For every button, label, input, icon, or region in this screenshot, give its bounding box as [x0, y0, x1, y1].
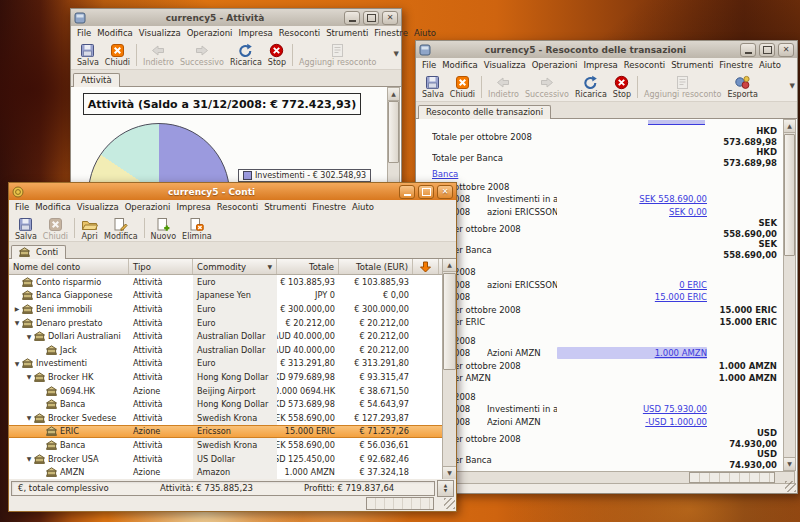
- menu-impresa[interactable]: Impresa: [173, 202, 213, 212]
- add-report-button[interactable]: Aggiungi resoconto: [641, 74, 724, 100]
- tab-attivita[interactable]: Attività: [73, 73, 120, 87]
- titlebar-conti[interactable]: currency5 - Conti ✕: [9, 183, 456, 200]
- amount-link[interactable]: 1.000 AMZN: [557, 347, 707, 359]
- column-header-commodity[interactable]: Commodity▼: [193, 259, 277, 274]
- expander-icon[interactable]: ▼: [24, 455, 34, 462]
- account-row-brocker-usa[interactable]: ▼Brocker USAAttivitàUS DollarUSD 125.450…: [9, 452, 456, 466]
- add-report-button[interactable]: Aggiungi resoconto: [296, 42, 379, 68]
- scroll-up-icon[interactable]: ▲: [443, 259, 456, 272]
- back-button[interactable]: Indietro: [140, 42, 177, 68]
- tab-resoconto[interactable]: Resoconto delle transazioni: [418, 105, 551, 119]
- stop-button[interactable]: Stop: [610, 74, 634, 100]
- scrollbar-thumb[interactable]: [689, 472, 775, 483]
- account-row-beni-immobili[interactable]: ▶Beni immobiliAttivitàEuro€ 300.000,00€ …: [9, 302, 456, 316]
- close-icon[interactable]: ✕: [437, 185, 453, 199]
- menu-impresa[interactable]: Impresa: [235, 28, 275, 38]
- account-row-amzn[interactable]: AMZNAzioneAmazon1.000 AMZN€ 37.324,18: [9, 465, 456, 479]
- menu-visualizza[interactable]: Visualizza: [74, 202, 122, 212]
- close-button[interactable]: Chiudi: [102, 42, 133, 68]
- export-button[interactable]: Esporta: [724, 74, 761, 100]
- resize-grip[interactable]: [785, 481, 796, 492]
- column-options-header[interactable]: [413, 259, 439, 274]
- account-row-brocker-hk[interactable]: ▼Brocker HKAttivitàHong Kong DollarHKD 9…: [9, 370, 456, 384]
- close-button[interactable]: Chiudi: [40, 216, 71, 240]
- save-button[interactable]: Salva: [12, 216, 40, 240]
- resize-grip[interactable]: [444, 498, 455, 509]
- amount-link[interactable]: 15.000 ERIC: [557, 291, 707, 303]
- menu-aiuto[interactable]: Aiuto: [756, 60, 784, 70]
- menu-file[interactable]: File: [74, 28, 94, 38]
- scroll-up-icon[interactable]: ▲: [784, 120, 795, 133]
- toolbar-overflow-icon[interactable]: ▼: [790, 82, 795, 90]
- column-header-nome-del-conto[interactable]: Nome del conto: [9, 259, 129, 274]
- account-row-eric[interactable]: ERICAzioneEricsson15.000 ERIC€ 71.257,26: [9, 425, 456, 439]
- reload-button[interactable]: Ricarica: [227, 42, 265, 68]
- column-header-tipo[interactable]: Tipo: [129, 259, 193, 274]
- menu-operazioni[interactable]: Operazioni: [529, 60, 581, 70]
- reload-button[interactable]: Ricarica: [572, 74, 610, 100]
- new-button[interactable]: Nuovo: [148, 216, 180, 240]
- minimize-icon[interactable]: [399, 185, 415, 199]
- menu-resoconti[interactable]: Resoconti: [276, 28, 323, 38]
- menu-strumenti[interactable]: Strumenti: [668, 60, 716, 70]
- close-button[interactable]: Chiudi: [447, 74, 478, 100]
- scroll-down-icon[interactable]: ▼: [784, 457, 795, 470]
- close-icon[interactable]: ✕: [778, 43, 794, 57]
- status-stepper[interactable]: ▲▼: [437, 480, 454, 497]
- account-row-brocker-svedese[interactable]: ▼Brocker SvedeseAttivitàSwedish KronaSEK…: [9, 411, 456, 425]
- menu-file[interactable]: File: [12, 202, 32, 212]
- vertical-scrollbar[interactable]: ▲ ▼: [442, 259, 456, 479]
- account-row-banca-giapponese[interactable]: Banca GiapponeseAttivitàJapanese YenJPY …: [9, 289, 456, 303]
- amount-link[interactable]: USD 75.930,00: [557, 403, 707, 415]
- column-header-totale[interactable]: Totale: [277, 259, 339, 274]
- menu-visualizza[interactable]: Visualizza: [481, 60, 529, 70]
- forward-button[interactable]: Successivo: [522, 74, 572, 100]
- amount-link[interactable]: SEK 558.690,00: [557, 193, 707, 205]
- menu-resoconti[interactable]: Resoconti: [214, 202, 261, 212]
- back-button[interactable]: Indietro: [485, 74, 522, 100]
- amount-link[interactable]: -USD 1.000,00: [557, 416, 707, 428]
- account-row-denaro-prestato[interactable]: ▼Denaro prestatoAttivitàEuro€ 20.212,00€…: [9, 316, 456, 330]
- menu-finestre[interactable]: Finestre: [716, 60, 756, 70]
- menu-modifica[interactable]: Modifica: [439, 60, 481, 70]
- menu-strumenti[interactable]: Strumenti: [261, 202, 309, 212]
- account-row-conto-risparmio[interactable]: Conto risparmioAttivitàEuro€ 103.885,93€…: [9, 275, 456, 289]
- maximize-icon[interactable]: [418, 185, 434, 199]
- menu-file[interactable]: File: [419, 60, 439, 70]
- titlebar-resoconto[interactable]: currency5 - Resoconto delle transazioni …: [416, 41, 797, 58]
- expander-icon[interactable]: ▼: [12, 319, 22, 326]
- menu-resoconti[interactable]: Resoconti: [621, 60, 668, 70]
- forward-button[interactable]: Successivo: [177, 42, 227, 68]
- delete-button[interactable]: Elimina: [179, 216, 215, 240]
- minimize-icon[interactable]: [344, 11, 360, 25]
- stop-button[interactable]: Stop: [265, 42, 289, 68]
- save-button[interactable]: Salva: [419, 74, 447, 100]
- expander-icon[interactable]: ▼: [24, 373, 34, 380]
- scroll-up-icon[interactable]: ▲: [388, 88, 399, 101]
- maximize-icon[interactable]: [759, 43, 775, 57]
- account-row-jack[interactable]: JackAttivitàAustralian DollarAUD 40.000,…: [9, 343, 456, 357]
- menu-impresa[interactable]: Impresa: [580, 60, 620, 70]
- expander-icon[interactable]: ▼: [24, 414, 34, 421]
- account-row-dollari-australiani[interactable]: ▼Dollari AustralianiAttivitàAustralian D…: [9, 329, 456, 343]
- scrollbar-thumb[interactable]: [443, 273, 456, 370]
- minimize-icon[interactable]: [740, 43, 756, 57]
- expander-icon[interactable]: ▼: [12, 360, 22, 367]
- scrollbar-thumb[interactable]: [388, 101, 399, 163]
- menu-modifica[interactable]: Modifica: [94, 28, 136, 38]
- expander-icon[interactable]: ▶: [12, 305, 22, 312]
- menu-modifica[interactable]: Modifica: [32, 202, 74, 212]
- column-header-totale-eur-[interactable]: Totale (EUR): [339, 259, 413, 274]
- menu-aiuto[interactable]: Aiuto: [411, 28, 439, 38]
- edit-button[interactable]: Modifica: [101, 216, 140, 240]
- expander-icon[interactable]: ▼: [24, 333, 34, 340]
- menu-aiuto[interactable]: Aiuto: [349, 202, 377, 212]
- menu-finestre[interactable]: Finestre: [309, 202, 349, 212]
- amount-link[interactable]: SEK 0,00: [557, 206, 707, 218]
- save-button[interactable]: Salva: [74, 42, 102, 68]
- scrollbar-thumb[interactable]: [784, 134, 795, 256]
- account-row-banca[interactable]: BancaAttivitàSwedish KronaSEK 558.690,00…: [9, 438, 456, 452]
- account-row-0694-hk[interactable]: 0694.HKAzioneBeijing Airport70.000 0694.…: [9, 384, 456, 398]
- account-row-banca[interactable]: BancaAttivitàHong Kong DollarHKD 573.689…: [9, 397, 456, 411]
- horizontal-scrollbar[interactable]: [418, 471, 795, 484]
